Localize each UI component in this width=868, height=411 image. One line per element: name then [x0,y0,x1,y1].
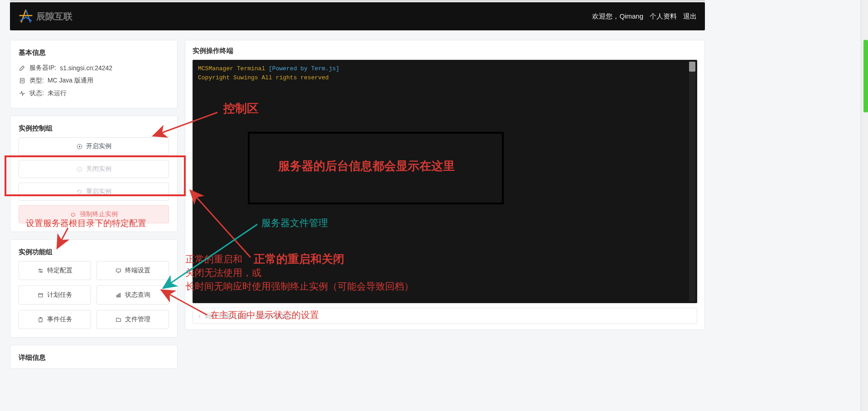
brand-text: 辰隙互联 [36,10,72,23]
play-circle-icon [76,143,82,150]
activity-icon [19,90,26,97]
right-column: 实例操作终端 MCSManager Terminal [Powered by T… [185,40,705,369]
terminal-scrollbar-thumb[interactable] [689,62,695,72]
command-input[interactable] [205,312,691,319]
detail-info-card: 详细信息 [10,345,178,369]
status-row: 状态: 未运行 [19,87,169,100]
svg-rect-14 [39,293,43,297]
command-input-wrap[interactable]: › [193,308,697,324]
logout-link[interactable]: 退出 [683,12,697,21]
terminal-scrollbar-track[interactable] [689,62,695,301]
welcome-text: 欢迎您，Qimang [592,12,643,21]
chart-icon [115,292,121,298]
status-value: 未运行 [48,89,67,97]
left-column: 基本信息 服务器IP: s1.singsi.cn:24242 类型: MC Ja… [10,40,178,369]
monitor-icon [115,267,121,274]
clipboard-icon [37,316,43,323]
sliders-icon [37,267,43,274]
server-ip-value: s1.singsi.cn:24242 [60,64,112,72]
type-value: MC Java 版通用 [48,77,93,85]
prompt-icon: › [198,312,201,319]
detail-info-title: 详细信息 [19,353,169,362]
brand: 辰隙互联 [18,9,72,24]
browser-scrollbar-marker [863,40,868,112]
calendar-icon [37,292,43,298]
profile-link[interactable]: 个人资料 [650,12,677,21]
terminal-card: 实例操作终端 MCSManager Terminal [Powered by T… [185,40,705,330]
type-row: 类型: MC Java 版通用 [19,74,169,87]
svg-marker-4 [79,145,81,148]
svg-rect-12 [116,269,121,272]
power-icon [70,211,76,218]
topbar: 辰隙互联 欢迎您，Qimang 个人资料 退出 [10,2,705,30]
edit-icon [19,64,26,72]
refresh-icon [76,189,82,195]
terminal-line: Copyright Suwings All rights reserved [198,73,692,82]
svg-rect-18 [119,293,120,297]
terminal-line: MCSManager Terminal [Powered by Term.js] [198,64,692,73]
control-group-card: 实例控制组 开启实例 关闭实例 [10,116,178,232]
server-ip-row: 服务器IP: s1.singsi.cn:24242 [19,62,169,74]
svg-rect-17 [118,294,119,297]
stop-instance-button[interactable]: 关闭实例 [19,160,169,178]
star-logo-icon [18,9,34,24]
svg-point-10 [39,269,40,270]
event-task-button[interactable]: 事件任务 [19,310,91,329]
svg-rect-16 [116,295,117,297]
restart-instance-button[interactable]: 重启实例 [19,183,169,201]
status-query-button[interactable]: 状态查询 [96,285,169,305]
document-icon [19,77,26,84]
kill-instance-button[interactable]: 强制终止实例 [19,205,169,223]
control-group-title: 实例控制组 [19,124,169,133]
svg-rect-0 [20,78,24,83]
terminal-output[interactable]: MCSManager Terminal [Powered by Term.js]… [193,60,697,303]
basic-info-title: 基本信息 [19,48,169,57]
folder-icon [115,316,121,323]
specific-config-button[interactable]: 特定配置 [19,261,91,280]
function-group-title: 实例功能组 [19,248,169,256]
terminal-settings-button[interactable]: 终端设置 [96,261,169,280]
file-manager-button[interactable]: 文件管理 [96,310,169,329]
basic-info-card: 基本信息 服务器IP: s1.singsi.cn:24242 类型: MC Ja… [10,40,178,108]
function-group-card: 实例功能组 特定配置 终端设置 [10,239,178,338]
stop-circle-icon [76,166,82,172]
terminal-title: 实例操作终端 [193,47,697,55]
svg-point-11 [40,271,42,272]
start-instance-button[interactable]: 开启实例 [19,137,169,155]
topbar-right: 欢迎您，Qimang 个人资料 退出 [592,12,697,21]
content: 基本信息 服务器IP: s1.singsi.cn:24242 类型: MC Ja… [10,40,705,369]
schedule-task-button[interactable]: 计划任务 [19,285,91,305]
